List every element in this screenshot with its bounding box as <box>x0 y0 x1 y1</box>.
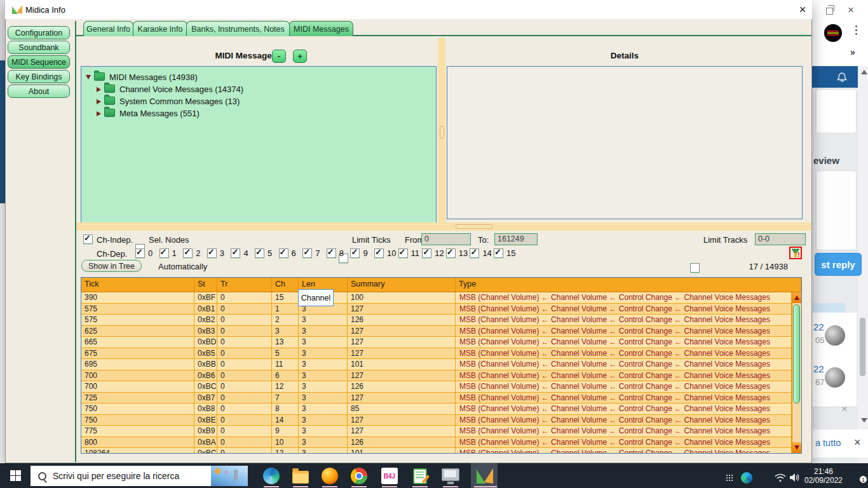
channel-6-checkbox[interactable] <box>279 248 288 258</box>
channel-4-checkbox[interactable] <box>231 248 240 258</box>
sidebar-item-about[interactable]: About <box>8 85 70 98</box>
close-bar-icon[interactable]: × <box>854 436 861 449</box>
browser-avatar[interactable] <box>824 24 842 42</box>
taskbar-explorer-icon[interactable] <box>292 467 309 485</box>
browser-scroll-up-icon[interactable] <box>861 70 867 74</box>
horizontal-splitter[interactable] <box>76 222 811 231</box>
tree-item[interactable]: System Common Messages (13) <box>81 95 436 107</box>
tree-item[interactable]: MIDI Messages (14938) <box>81 71 436 83</box>
taskbar-edge-icon[interactable] <box>262 467 280 485</box>
limit-tracks-checkbox[interactable] <box>690 263 700 273</box>
taskbar-notepad-icon[interactable] <box>411 467 429 485</box>
table-scrollbar[interactable] <box>792 292 801 453</box>
scrollbar-thumb[interactable] <box>793 304 800 403</box>
window-titlebar[interactable] <box>5 0 812 19</box>
taskbar-firefox-icon[interactable] <box>321 467 339 485</box>
vertical-splitter-grip[interactable] <box>440 126 444 139</box>
tracks-input[interactable]: 0-0 <box>755 233 806 245</box>
sidebar-item-soundbank[interactable]: Soundbank <box>8 41 70 54</box>
channel-3-checkbox[interactable] <box>207 248 217 258</box>
table-row[interactable]: 6750xB5053127MSB (Channel Volume) ← Chan… <box>81 348 792 360</box>
thread-date[interactable]: 22 <box>813 363 824 374</box>
table-row[interactable]: 6650xBD0133127MSB (Channel Volume) ← Cha… <box>81 337 792 348</box>
table-row[interactable]: 6250xB3033127MSB (Channel Volume) ← Chan… <box>81 326 792 337</box>
table-row[interactable]: 8000xBA0103126MSB (Channel Volume) ← Cha… <box>81 437 792 449</box>
channel-2-checkbox[interactable] <box>183 248 193 258</box>
column-header-summary[interactable]: Summary <box>348 278 456 292</box>
post-reply-button[interactable]: st reply <box>815 253 862 276</box>
bell-icon[interactable] <box>836 70 848 83</box>
taskbar-chrome-icon[interactable] <box>350 467 368 485</box>
from-input[interactable]: 0 <box>421 233 471 245</box>
start-button-icon[interactable] <box>10 470 21 481</box>
channel-9-checkbox[interactable] <box>350 248 360 258</box>
horizontal-splitter-grip[interactable] <box>456 224 492 229</box>
browser-chevrons[interactable]: » <box>850 47 855 57</box>
collapse-all-button[interactable]: - <box>272 50 286 63</box>
thread-date[interactable]: 22 <box>813 322 824 332</box>
tray-overflow-icon[interactable] <box>726 474 734 482</box>
ch-indep-checkbox[interactable] <box>83 234 93 244</box>
tab-banks-instruments-notes[interactable]: Banks, Instruments, Notes <box>186 21 290 36</box>
scroll-up-button[interactable] <box>792 292 801 303</box>
table-row[interactable]: 5750xB2023126MSB (Channel Volume) ← Chan… <box>81 315 792 326</box>
browser-restore-icon[interactable] <box>826 8 833 15</box>
tray-app-icon[interactable] <box>741 472 752 484</box>
column-header-tick[interactable]: Tick <box>81 278 194 292</box>
table-row[interactable]: 7000xBC0123126MSB (Channel Volume) ← Cha… <box>81 381 792 393</box>
reply-all-link[interactable]: a tutto <box>815 438 841 448</box>
sidebar-item-configuration[interactable]: Configuration <box>8 26 70 39</box>
channel-10-checkbox[interactable] <box>374 248 384 258</box>
search-highlight-image[interactable] <box>211 466 248 486</box>
tab-karaoke-info[interactable]: Karaoke Info <box>133 21 187 36</box>
column-header-st[interactable]: St <box>194 278 217 292</box>
table-row[interactable]: 7250xB7073127MSB (Channel Volume) ← Chan… <box>81 393 792 404</box>
table-row[interactable]: 6950xBB0113101MSB (Channel Volume) ← Cha… <box>81 359 792 370</box>
collapse-arrow-icon[interactable] <box>86 75 91 79</box>
channel-5-checkbox[interactable] <box>255 248 264 258</box>
taskbar-search[interactable]: Scrivi qui per eseguire la ricerca <box>31 466 248 486</box>
show-in-tree-button[interactable]: Show in Tree <box>81 260 142 272</box>
browser-scroll-down-icon[interactable] <box>861 418 867 423</box>
channel-12-checkbox[interactable] <box>422 248 431 258</box>
dismiss-icon[interactable]: × <box>841 403 848 416</box>
table-row[interactable]: 3900xBF015100MSB (Channel Volume) ← Chan… <box>81 292 792 304</box>
table-row[interactable]: 7000xB6063127MSB (Channel Volume) ← Chan… <box>81 370 792 382</box>
tab-midi-messages[interactable]: MIDI Messages <box>289 21 353 36</box>
channel-8-checkbox[interactable] <box>327 248 336 258</box>
taskbar-midica-icon[interactable] <box>475 467 493 485</box>
browser-menu-icon[interactable] <box>855 25 857 27</box>
tree-item[interactable]: Channel Voice Messages (14374) <box>81 83 436 95</box>
midi-message-table[interactable]: TickStTrChLenSummaryType 3900xBF015100MS… <box>81 277 802 454</box>
expand-arrow-icon[interactable] <box>97 99 101 104</box>
column-header-type[interactable]: Type <box>456 278 801 292</box>
expand-all-button[interactable]: + <box>293 50 307 63</box>
browser-scrollbar-thumb[interactable] <box>860 318 865 376</box>
window-close-icon[interactable]: × <box>796 3 810 17</box>
sidebar-item-key-bindings[interactable]: Key Bindings <box>8 70 70 83</box>
channel-0-checkbox[interactable] <box>135 248 145 258</box>
column-header-ch[interactable]: Ch <box>272 278 299 292</box>
table-row[interactable]: 7750xB9093127MSB (Channel Volume) ← Chan… <box>81 426 792 437</box>
filter-funnel-icon[interactable]: ! <box>789 247 802 259</box>
taskbar-b4j-icon[interactable]: B4J <box>381 467 398 485</box>
thread-avatar[interactable] <box>825 367 845 388</box>
wifi-icon[interactable] <box>774 473 787 482</box>
taskbar-clock[interactable]: 21:46 02/09/2022 <box>798 467 849 485</box>
channel-7-checkbox[interactable] <box>302 248 312 258</box>
to-input[interactable]: 161249 <box>494 233 538 245</box>
channel-15-checkbox[interactable] <box>494 248 503 258</box>
table-row[interactable]: 5750xB1013127MSB (Channel Volume) ← Chan… <box>81 304 792 315</box>
table-row[interactable]: 7500xB808385MSB (Channel Volume) ← Chann… <box>81 403 792 415</box>
sidebar-item-midi-sequence[interactable]: MIDI Sequence <box>8 55 70 69</box>
scroll-down-button[interactable] <box>792 442 801 453</box>
table-row[interactable]: 1082640xBC0123101MSB (Channel Volume) ← … <box>81 448 792 453</box>
browser-close-icon[interactable]: × <box>848 4 854 17</box>
tab-general-info[interactable]: General Info <box>83 21 133 36</box>
tree-item[interactable]: Meta Messages (551) <box>81 107 436 119</box>
midi-message-tree[interactable]: MIDI Messages (14938)Channel Voice Messa… <box>81 66 437 224</box>
expand-arrow-icon[interactable] <box>97 87 101 92</box>
channel-13-checkbox[interactable] <box>446 248 456 258</box>
expand-arrow-icon[interactable] <box>97 111 101 116</box>
channel-1-checkbox[interactable] <box>159 248 169 258</box>
